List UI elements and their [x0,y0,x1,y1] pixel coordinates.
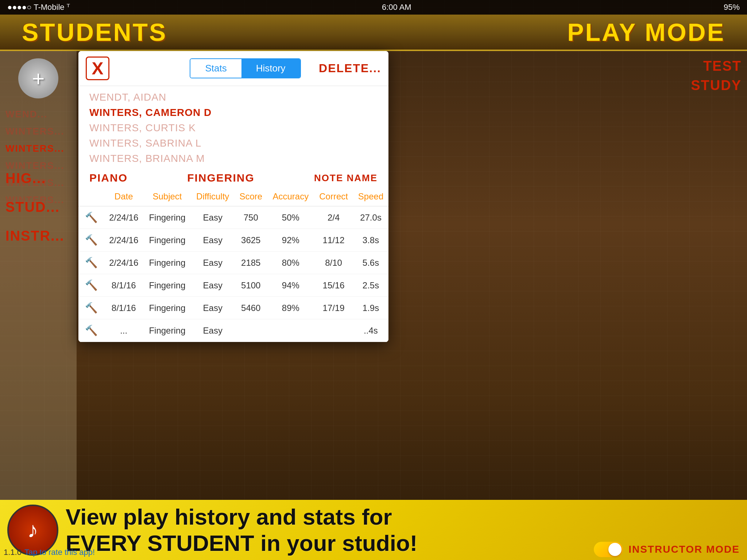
piano-label: PIANO [89,172,128,184]
row-subject: Fingering [143,229,191,252]
row-score: 2185 [235,252,267,274]
tab-history[interactable]: History [241,59,300,78]
time-text: 6:00 AM [382,3,411,12]
tap-rate-link[interactable]: Tap to rate this app! [24,548,95,557]
row-speed: 1.9s [353,297,388,319]
row-accuracy: 92% [267,229,314,252]
students-title: STUDENTS [22,18,167,46]
table-row: 🔨 8/1/16 Fingering Easy 5460 89% 17/19 1… [78,297,388,319]
row-score [235,319,267,342]
table-row: 🔨 8/1/16 Fingering Easy 5100 94% 15/16 2… [78,274,388,297]
col-icon [78,187,104,206]
student-winters-curtis[interactable]: WINTERS, CURTIS K [89,120,378,136]
col-date: Date [104,187,143,206]
highlight-label[interactable]: HIG... [0,164,77,193]
col-difficulty: Difficulty [191,187,235,206]
status-bar: ●●●●○ T-Mobile ᵀ 6:00 AM 95% [0,0,747,15]
modal-close-button[interactable]: X [86,57,109,80]
instructor-label-left[interactable]: INSTR... [0,222,77,250]
modal-header: X Stats History DELETE... [78,51,388,86]
add-icon: + [32,66,44,91]
instructor-mode-toggle[interactable] [594,542,623,557]
play-mode-title: PLAY MODE [567,18,725,46]
row-icon: 🔨 [78,274,104,297]
row-difficulty: Easy [191,252,235,274]
table-row: 🔨 2/24/16 Fingering Easy 3625 92% 11/12 … [78,229,388,252]
row-correct: 11/12 [314,229,353,252]
student-winters-cameron[interactable]: WINTERS, CAMERON D [89,105,378,120]
row-speed: 2.5s [353,274,388,297]
sidebar-student-name: WEND... [5,109,47,120]
row-icon: 🔨 [78,297,104,319]
carrier-text: ●●●●○ T-Mobile ᵀ [7,3,70,12]
sidebar-item-winters1[interactable]: WINTERS... [0,123,77,140]
table-row: 🔨 ... Fingering Easy ..4s [78,319,388,342]
test-label[interactable]: TEST [661,58,742,74]
row-icon: 🔨 [78,206,104,229]
row-icon: 🔨 [78,319,104,342]
sidebar-item-wendt[interactable]: WEND... [0,106,77,123]
row-speed: 27.0s [353,206,388,229]
fingering-label: FINGERING [187,172,255,184]
row-speed: 5.6s [353,252,388,274]
modal-instrument-info: PIANO FINGERING NOTE NAME [78,168,388,187]
hammer-icon: 🔨 [85,212,98,223]
row-accuracy: 80% [267,252,314,274]
row-accuracy [267,319,314,342]
table-header-row: Date Subject Difficulty Score Accuracy C… [78,187,388,206]
hammer-icon: 🔨 [85,257,98,268]
sidebar-item-winters-active[interactable]: WINTERS... [0,140,77,157]
row-date: 2/24/16 [104,206,143,229]
instructor-mode-label: INSTRUCTOR MODE [628,544,740,555]
left-labels: HIG... STUD... INSTR... [0,164,77,250]
col-correct: Correct [314,187,353,206]
row-subject: Fingering [143,297,191,319]
row-difficulty: Easy [191,297,235,319]
row-icon: 🔨 [78,229,104,252]
tab-stats[interactable]: Stats [190,59,241,78]
row-difficulty: Easy [191,229,235,252]
col-subject: Subject [143,187,191,206]
row-subject: Fingering [143,252,191,274]
sidebar-student-name: WINTERS... [5,143,65,154]
study-label[interactable]: STUD... [0,193,77,222]
stats-history-modal: X Stats History DELETE... WENDT, AIDAN W… [78,51,388,342]
row-subject: Fingering [143,206,191,229]
stats-history-tabs: Stats History [190,58,301,78]
hammer-icon: 🔨 [85,280,98,291]
hammer-icon: 🔨 [85,325,98,336]
row-difficulty: Easy [191,206,235,229]
note-name-label: NOTE NAME [314,172,378,184]
hammer-icon: 🔨 [85,302,98,314]
row-speed: ..4s [353,319,388,342]
student-winters-brianna[interactable]: WINTERS, BRIANNA M [89,151,378,166]
row-subject: Fingering [143,319,191,342]
row-correct: 15/16 [314,274,353,297]
delete-button[interactable]: DELETE... [319,62,381,75]
row-accuracy: 94% [267,274,314,297]
student-wendt[interactable]: WENDT, AIDAN [89,90,378,105]
col-score: Score [235,187,267,206]
app-header: STUDENTS PLAY MODE [0,15,747,51]
banner-line1: View play history and stats for [66,504,747,530]
row-correct: 17/19 [314,297,353,319]
battery-text: 95% [724,3,740,12]
col-accuracy: Accuracy [267,187,314,206]
col-speed: Speed [353,187,388,206]
table-row: 🔨 2/24/16 Fingering Easy 750 50% 2/4 27.… [78,206,388,229]
study-right-label[interactable]: STUDY [661,78,742,93]
row-date: 8/1/16 [104,297,143,319]
row-correct: 2/4 [314,206,353,229]
sidebar-student-name: WINTERS... [5,126,65,137]
row-score: 3625 [235,229,267,252]
row-accuracy: 50% [267,206,314,229]
right-labels: TEST STUDY [656,51,747,101]
modal-student-list: WENDT, AIDAN WINTERS, CAMERON D WINTERS,… [78,86,388,168]
add-student-button[interactable]: + [18,58,58,98]
student-winters-sabrina[interactable]: WINTERS, SABRINA L [89,136,378,151]
row-difficulty: Easy [191,319,235,342]
row-icon: 🔨 [78,252,104,274]
row-date: 2/24/16 [104,229,143,252]
logo-icon: ♪ [27,517,38,542]
close-x-icon: X [92,60,103,77]
